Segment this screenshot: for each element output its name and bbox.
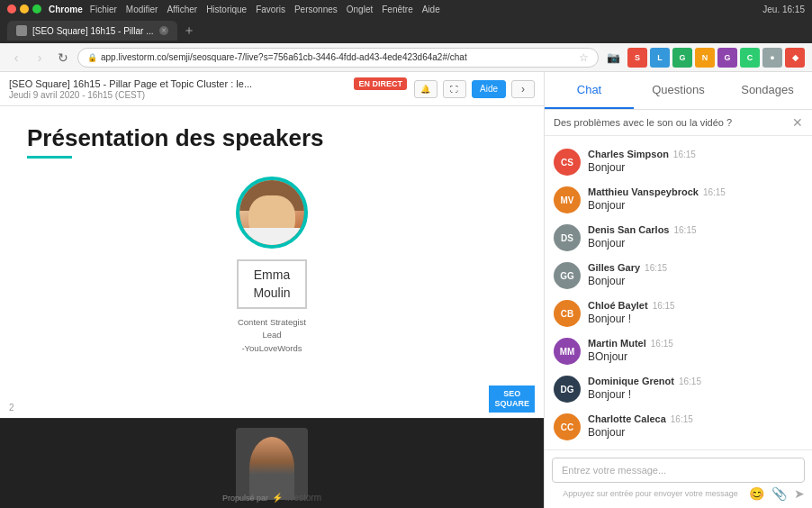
forward-button[interactable]: › xyxy=(31,49,49,67)
message-text: Bonjour xyxy=(588,426,803,439)
ext-icon-2[interactable]: L xyxy=(650,48,670,68)
new-tab-button[interactable]: ＋ xyxy=(183,23,195,39)
chat-input[interactable] xyxy=(552,458,805,483)
system-right: Jeu. 16:15 xyxy=(762,5,805,14)
alert-close-button[interactable]: ✕ xyxy=(792,115,803,130)
message-body: Matthieu Vanspeybrock 16:15 Bonjour xyxy=(588,186,803,212)
message-header: Matthieu Vanspeybrock 16:15 xyxy=(588,186,803,197)
ssl-lock-icon: 🔒 xyxy=(87,53,97,62)
powered-by: Propulsé par ⚡ livestorm xyxy=(222,493,321,503)
menu-afficher[interactable]: Afficher xyxy=(167,5,197,14)
maximize-window-button[interactable] xyxy=(32,5,41,14)
send-button[interactable]: ➤ xyxy=(794,486,805,501)
menu-fenetre[interactable]: Fenêtre xyxy=(382,5,412,14)
video-title: [SEO Square] 16h15 - Pillar Page et Topi… xyxy=(9,78,348,89)
menu-onglet[interactable]: Onglet xyxy=(347,5,373,14)
message-body: Charlotte Caleca 16:15 Bonjour xyxy=(588,413,803,439)
message-time: 16:15 xyxy=(653,301,675,311)
tab-sondages[interactable]: Sondages xyxy=(723,72,812,109)
ext-icon-5[interactable]: G xyxy=(717,48,737,68)
message-body: Chloé Baylet 16:15 Bonjour ! xyxy=(588,300,803,325)
speaker-name-box: EmmaMoulin xyxy=(237,259,306,309)
alert-text: Des problèmes avec le son ou la vidéo ? xyxy=(554,117,732,128)
next-button[interactable]: › xyxy=(511,80,535,98)
message-header: Charlotte Caleca 16:15 xyxy=(588,413,803,424)
message-time: 16:15 xyxy=(645,263,667,273)
video-panel: [SEO Square] 16h15 - Pillar Page et Topi… xyxy=(0,72,544,508)
ext-icon-8[interactable]: ◆ xyxy=(785,48,805,68)
avatar: CB xyxy=(554,300,581,327)
reload-button[interactable]: ↻ xyxy=(54,49,72,67)
chat-panel: Chat Questions Sondages Des problèmes av… xyxy=(544,72,812,508)
avatar: GG xyxy=(554,262,581,289)
bell-button[interactable]: 🔔 xyxy=(414,80,438,98)
small-video: Propulsé par ⚡ livestorm xyxy=(0,418,544,508)
speaker-photo-shirt xyxy=(239,228,304,246)
address-bar[interactable]: 🔒 app.livestorm.co/semji/seosquare-7/liv… xyxy=(77,48,599,68)
tab-bar: [SEO Square] 16h15 - Pillar ... ✕ ＋ xyxy=(0,18,812,43)
message-header: Charles Simpson 16:15 xyxy=(588,149,803,159)
system-left: Chrome Fichier Modifier Afficher Histori… xyxy=(7,5,440,14)
message-author: Denis San Carlos xyxy=(588,224,669,235)
message-time: 16:15 xyxy=(673,150,696,159)
emoji-button[interactable]: 😊 xyxy=(749,486,764,501)
menu-modifier[interactable]: Modifier xyxy=(126,5,158,14)
fullscreen-button[interactable]: ⛶ xyxy=(443,80,466,98)
back-button[interactable]: ‹ xyxy=(7,49,25,67)
tab-questions[interactable]: Questions xyxy=(634,72,723,109)
traffic-lights[interactable] xyxy=(7,5,41,14)
attachment-button[interactable]: 📎 xyxy=(771,486,787,501)
message-author: Chloé Baylet xyxy=(588,300,648,311)
message-text: Bonjour ! xyxy=(588,388,803,401)
tab-close-button[interactable]: ✕ xyxy=(159,26,168,35)
minimize-window-button[interactable] xyxy=(20,5,29,14)
slide-underline xyxy=(27,156,72,159)
message-author: Charlotte Caleca xyxy=(588,413,666,424)
avatar: DS xyxy=(554,224,581,251)
small-video-person xyxy=(249,437,294,500)
avatar: DG xyxy=(554,376,581,403)
ext-icon-7[interactable]: ● xyxy=(762,48,782,68)
chat-messages[interactable]: CS Charles Simpson 16:15 Bonjour MV Matt… xyxy=(545,136,812,449)
menu-favoris[interactable]: Favoris xyxy=(256,5,285,14)
message-body: Charles Simpson 16:15 Bonjour xyxy=(588,149,803,174)
system-bar: Chrome Fichier Modifier Afficher Histori… xyxy=(0,0,812,18)
chat-message: MM Martin Mutel 16:15 BOnjour xyxy=(545,332,812,370)
menu-personnes[interactable]: Personnes xyxy=(294,5,338,14)
extension-icons: S L G N G C ● ◆ xyxy=(627,48,805,68)
message-header: Dominique Grenot 16:15 xyxy=(588,376,803,386)
menu-aide[interactable]: Aide xyxy=(422,5,440,14)
help-button[interactable]: Aide xyxy=(472,80,506,98)
system-menu[interactable]: Fichier Modifier Afficher Historique Fav… xyxy=(90,5,440,14)
speaker-role: Content StrategistLead-YouLoveWords xyxy=(238,316,306,355)
active-tab[interactable]: [SEO Square] 16h15 - Pillar ... ✕ xyxy=(7,21,177,41)
message-body: Denis San Carlos 16:15 Bonjour xyxy=(588,224,803,249)
menu-fichier[interactable]: Fichier xyxy=(90,5,117,14)
message-text: Bonjour xyxy=(588,161,803,174)
slide-title: Présentation des speakers xyxy=(27,124,517,152)
powered-text: Propulsé par xyxy=(222,494,268,503)
menu-historique[interactable]: Historique xyxy=(206,5,247,14)
ext-icon-3[interactable]: G xyxy=(672,48,692,68)
slide-page-number: 2 xyxy=(9,403,14,413)
close-window-button[interactable] xyxy=(7,5,16,14)
tab-chat[interactable]: Chat xyxy=(545,72,634,109)
message-body: Martin Mutel 16:15 BOnjour xyxy=(588,338,803,363)
chat-message: MV Matthieu Vanspeybrock 16:15 Bonjour xyxy=(545,181,812,219)
message-author: Matthieu Vanspeybrock xyxy=(588,186,699,197)
message-header: Chloé Baylet 16:15 xyxy=(588,300,803,311)
ext-icon-1[interactable]: S xyxy=(627,48,647,68)
chat-message: CB Chloé Baylet 16:15 Bonjour ! xyxy=(545,295,812,332)
message-header: Martin Mutel 16:15 xyxy=(588,338,803,349)
message-text: BOnjour xyxy=(588,350,803,363)
message-time: 16:15 xyxy=(651,339,673,349)
message-time: 16:15 xyxy=(679,376,701,386)
url-text: app.livestorm.co/semji/seosquare-7/live?… xyxy=(101,52,467,62)
avatar: MM xyxy=(554,338,581,365)
ext-icon-4[interactable]: N xyxy=(695,48,715,68)
message-text: Bonjour ! xyxy=(588,313,803,325)
chat-message: CC Charlotte Caleca 16:15 Bonjour xyxy=(545,408,812,446)
bookmark-icon[interactable]: ☆ xyxy=(579,51,589,64)
ext-icon-6[interactable]: C xyxy=(740,48,760,68)
screenshare-icon[interactable]: 📷 xyxy=(604,49,622,67)
